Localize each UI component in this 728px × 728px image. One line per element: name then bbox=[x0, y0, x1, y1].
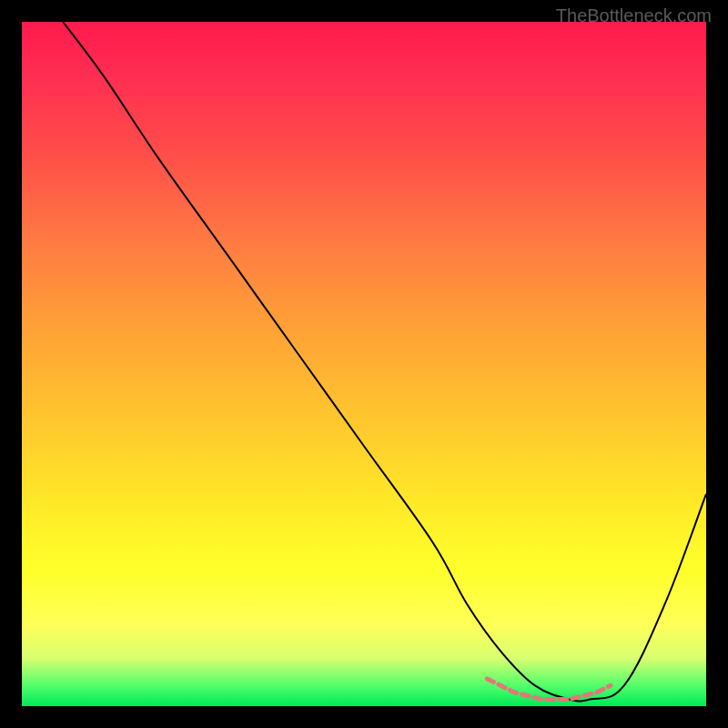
watermark-text: TheBottleneck.com bbox=[556, 5, 712, 26]
optimal-range-markers bbox=[487, 679, 610, 700]
curve-svg bbox=[22, 22, 706, 706]
chart-container bbox=[22, 22, 706, 706]
optimal-range-path bbox=[487, 679, 610, 700]
bottleneck-curve-path bbox=[63, 22, 706, 702]
